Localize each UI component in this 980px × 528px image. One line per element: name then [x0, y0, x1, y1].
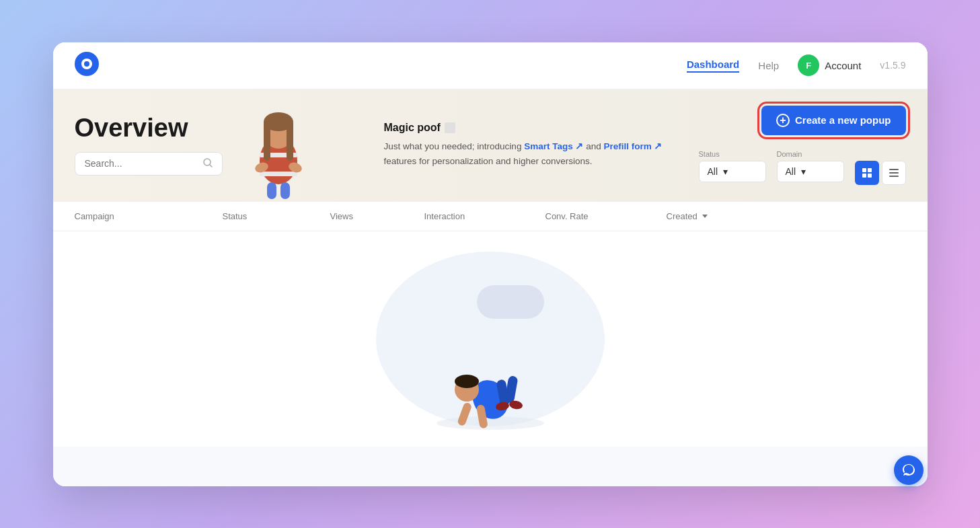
status-filter-group: Status All ▾: [699, 150, 766, 182]
col-interaction-header: Interaction: [424, 211, 545, 221]
svg-rect-8: [260, 172, 297, 176]
search-box[interactable]: [75, 152, 223, 176]
svg-rect-20: [868, 174, 872, 178]
prefill-form-link[interactable]: Prefill form ↗: [603, 141, 662, 151]
search-input[interactable]: [85, 158, 198, 169]
svg-point-27: [455, 375, 479, 388]
hero-left: Overview: [75, 114, 223, 176]
svg-rect-21: [889, 169, 899, 170]
sort-down-icon: [701, 212, 709, 220]
hero-banner: Overview: [53, 89, 928, 201]
domain-filter-select[interactable]: All ▾: [777, 161, 844, 182]
nav-help[interactable]: Help: [758, 60, 779, 71]
svg-point-2: [84, 61, 89, 67]
nav-right: Dashboard Help F Account v1.5.9: [687, 54, 906, 76]
app-window: Dashboard Help F Account v1.5.9 Overview: [53, 42, 928, 486]
plus-icon: +: [776, 114, 790, 127]
view-toggle: [855, 147, 906, 185]
page-title: Overview: [75, 114, 223, 143]
status-filter-label: Status: [699, 150, 766, 158]
avatar: F: [798, 54, 819, 76]
svg-rect-11: [264, 120, 270, 161]
announcement-title: Magic poof: [384, 122, 677, 134]
main-content: Overview: [53, 89, 928, 486]
svg-rect-17: [862, 168, 866, 172]
version-label: v1.5.9: [880, 60, 905, 71]
create-button-label: Create a new popup: [795, 114, 891, 126]
svg-rect-15: [267, 182, 276, 199]
col-created-header: Created: [667, 211, 906, 221]
empty-illustration: [356, 245, 625, 433]
hero-controls: + Create a new popup Status All ▾: [691, 106, 906, 185]
account-label: Account: [825, 60, 861, 71]
status-chevron-icon: ▾: [723, 166, 728, 177]
announcement-text: Just what you needed; introducing Smart …: [384, 139, 677, 168]
hero-announcement: Magic poof Just what you needed; introdu…: [371, 122, 691, 168]
list-view-button[interactable]: [882, 161, 906, 185]
table-header: Campaign Status Views Interaction Conv. …: [53, 201, 928, 231]
svg-rect-18: [868, 168, 872, 172]
person-figure: [423, 312, 558, 433]
nav-dashboard[interactable]: Dashboard: [687, 59, 739, 73]
smart-tags-link[interactable]: Smart Tags ↗: [524, 141, 583, 151]
col-status-header: Status: [223, 211, 330, 221]
svg-line-4: [210, 165, 212, 167]
nav-account[interactable]: F Account: [798, 54, 861, 76]
top-nav: Dashboard Help F Account v1.5.9: [53, 42, 928, 89]
svg-rect-16: [280, 182, 290, 199]
announcement-icon: [445, 122, 455, 133]
domain-filter-group: Domain All ▾: [777, 150, 844, 182]
create-popup-button[interactable]: + Create a new popup: [761, 106, 906, 135]
grid-view-button[interactable]: [855, 161, 879, 185]
col-convrate-header: Conv. Rate: [545, 211, 667, 221]
status-filter-value: All: [708, 166, 718, 177]
domain-chevron-icon: ▾: [801, 166, 806, 177]
col-campaign-header: Campaign: [75, 211, 223, 221]
chat-bubble-button[interactable]: [894, 455, 924, 485]
domain-filter-value: All: [786, 166, 796, 177]
svg-rect-22: [889, 172, 899, 174]
svg-rect-23: [889, 176, 899, 177]
logo[interactable]: [75, 52, 99, 79]
search-icon: [203, 158, 213, 169]
chat-icon: [901, 463, 916, 478]
empty-state: [53, 231, 928, 447]
status-filter-select[interactable]: All ▾: [699, 161, 766, 182]
domain-filter-label: Domain: [777, 150, 844, 158]
svg-rect-19: [862, 174, 866, 178]
svg-rect-12: [287, 120, 293, 161]
hero-character: [241, 107, 315, 201]
col-views-header: Views: [330, 211, 424, 221]
filters-row: Status All ▾ Domain All ▾: [699, 147, 906, 185]
